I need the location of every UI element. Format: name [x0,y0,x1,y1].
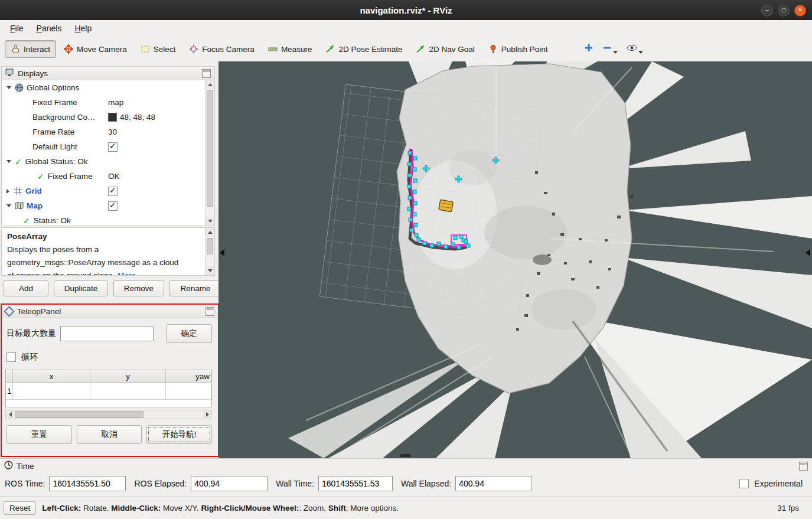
default-light-checkbox[interactable] [108,142,118,152]
frame-rate-value[interactable]: 30 [108,128,117,136]
display-description-panel: PoseArray Displays the poses from a geom… [1,227,215,276]
cell-x[interactable] [13,383,90,400]
expander-down-icon[interactable] [6,160,11,163]
focus-camera-tool-button[interactable]: Focus Camera [183,40,260,58]
loop-checkbox[interactable] [6,352,16,362]
panel-diamond-icon [4,306,14,316]
pose-estimate-tool-button[interactable]: 2D Pose Estimate [319,40,408,58]
description-line: geometry_msgs::PoseArray message as a cl… [7,256,209,269]
menu-panels[interactable]: Panels [30,21,69,35]
teleop-panel-title: TeleopPanel [17,307,61,316]
splitter-collapse-right-button[interactable] [806,249,810,256]
window-title: navigation.rviz* - RViz [360,5,452,15]
scrollbar-thumb[interactable] [207,90,213,207]
window-titlebar[interactable]: navigation.rviz* - RViz [0,0,812,20]
ros-time-input[interactable] [49,476,126,491]
expander-down-icon[interactable] [6,86,11,89]
max-goal-count-input[interactable] [60,326,154,341]
move-camera-tool-button[interactable]: Move Camera [58,40,133,58]
column-header-x[interactable]: x [13,370,90,383]
menu-help[interactable]: Help [68,21,98,35]
panel-float-button[interactable] [202,69,211,78]
color-swatch[interactable] [108,113,117,122]
menu-file[interactable]: File [4,21,30,35]
cancel-goals-button[interactable]: 取消 [77,425,142,444]
tree-row-status-fixed-frame[interactable]: Fixed Frame OK [2,169,214,184]
scroll-down-arrow[interactable] [206,217,214,226]
start-navigation-button[interactable]: 开始导航! [146,425,212,444]
panel-float-button[interactable] [799,462,808,471]
wall-time-input[interactable] [318,476,393,491]
expander-right-icon[interactable] [6,189,9,194]
column-header-y[interactable]: y [90,370,166,383]
expander-down-icon[interactable] [6,204,11,207]
tree-row-map[interactable]: Map [2,198,214,213]
more-link[interactable]: More [118,271,136,276]
map-scene [219,61,812,458]
tree-row-frame-rate[interactable]: Frame Rate 30 [2,125,214,139]
add-tool-button[interactable] [581,40,597,58]
tree-row-fixed-frame[interactable]: Fixed Frame map [2,95,214,110]
scroll-right-arrow[interactable] [203,410,211,419]
interact-tool-button[interactable]: Interact [5,40,56,58]
publish-point-tool-button[interactable]: Publish Point [482,40,554,58]
scroll-up-arrow[interactable] [206,228,214,237]
tree-row-global-options[interactable]: Global Options [2,80,214,95]
cell-yaw[interactable] [166,383,211,400]
fps-counter: 31 fps [777,504,799,513]
tree-row-default-light[interactable]: Default Light [2,139,214,154]
time-panel-header[interactable]: Time [0,459,812,473]
reset-button[interactable]: Reset [4,501,36,515]
column-header-yaw[interactable]: yaw [166,370,211,383]
render-view[interactable] [219,61,812,458]
teleop-panel-header[interactable]: TeleopPanel [2,305,218,318]
bottom-splitter-handle[interactable] [400,454,410,457]
scroll-up-arrow[interactable] [206,80,214,89]
eye-icon [627,43,637,55]
reset-goals-button[interactable]: 重置 [6,425,72,444]
add-display-button[interactable]: Add [4,280,48,296]
tool-bar: Interact Move Camera Select Focus Camera… [0,37,812,62]
remove-display-button[interactable]: Remove [113,280,164,296]
wall-elapsed-input[interactable] [455,476,532,491]
duplicate-display-button[interactable]: Duplicate [54,280,108,296]
grid-display-icon [14,187,22,195]
select-box-icon [141,44,150,54]
goals-table-hscrollbar[interactable] [5,410,212,419]
measure-tool-button[interactable]: Measure [262,40,318,58]
remove-tool-button[interactable] [599,40,621,58]
clock-icon [4,461,13,471]
rename-display-button[interactable]: Rename [169,280,221,296]
time-panel: Time ROS Time: ROS Elapsed: Wall Time: W… [0,458,812,497]
experimental-checkbox[interactable] [739,479,749,488]
scroll-left-arrow[interactable] [6,410,14,419]
close-button[interactable] [794,5,806,17]
tool-visibility-button[interactable] [623,40,647,58]
ros-elapsed-input[interactable] [191,476,268,491]
tree-scrollbar[interactable] [205,80,214,226]
grid-enabled-checkbox[interactable] [108,187,118,196]
confirm-button[interactable]: 确定 [166,324,212,343]
tree-row-background-color[interactable]: Background Co… 48; 48; 48 [2,110,214,125]
background-color-value[interactable]: 48; 48; 48 [120,113,155,122]
maximize-button[interactable] [778,5,790,17]
cell-y[interactable] [90,383,166,400]
tree-row-grid[interactable]: Grid [2,184,214,198]
minimize-button[interactable] [761,5,773,17]
interact-hand-icon [11,44,20,54]
scroll-down-arrow[interactable] [206,266,214,275]
displays-panel-header[interactable]: Displays [1,66,215,80]
panel-float-button[interactable] [206,307,214,316]
scrollbar-thumb[interactable] [15,411,144,418]
scrollbar-thumb[interactable] [207,238,213,254]
description-scrollbar[interactable] [205,228,214,275]
tree-row-global-status[interactable]: Global Status: Ok [2,154,214,169]
map-enabled-checkbox[interactable] [108,201,118,211]
select-tool-button[interactable]: Select [135,40,182,58]
nav-goal-tool-button[interactable]: 2D Nav Goal [410,40,480,58]
status-ok-icon [37,172,44,181]
tree-row-map-status[interactable]: Status: Ok [2,213,214,226]
row-number: 1 [6,383,13,400]
splitter-collapse-left-button[interactable] [220,249,224,256]
fixed-frame-value[interactable]: map [108,98,123,107]
